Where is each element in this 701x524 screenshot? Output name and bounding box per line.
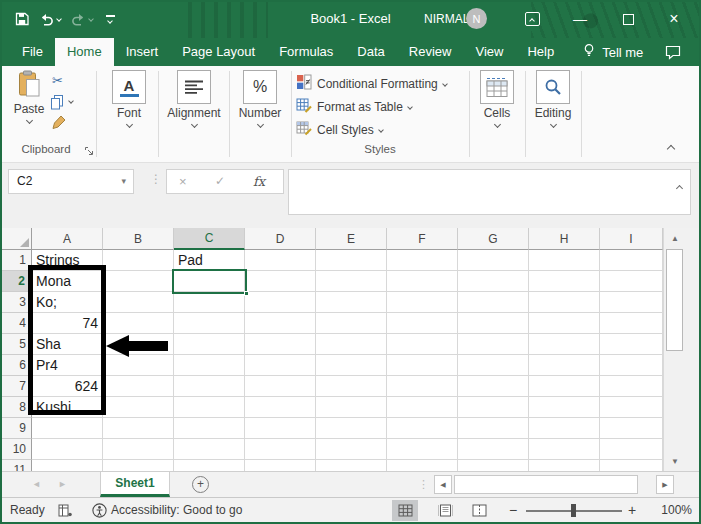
cell-F7[interactable]	[387, 376, 458, 397]
cell-F4[interactable]	[387, 313, 458, 334]
cell-G10[interactable]	[458, 439, 529, 460]
next-sheet-icon[interactable]: ►	[58, 479, 67, 489]
copy-icon[interactable]	[50, 94, 64, 110]
enter-check-icon[interactable]: ✓	[215, 170, 225, 193]
cell-D2[interactable]	[245, 271, 316, 292]
cell-H11[interactable]	[529, 460, 600, 471]
editing-group-button[interactable]: Editing	[527, 70, 579, 127]
cancel-icon[interactable]: ×	[179, 170, 187, 193]
cell-G7[interactable]	[458, 376, 529, 397]
cell-G11[interactable]	[458, 460, 529, 471]
cell-I11[interactable]	[600, 460, 663, 471]
cell-H2[interactable]	[529, 271, 600, 292]
cell-E4[interactable]	[316, 313, 387, 334]
tab-data[interactable]: Data	[345, 38, 396, 66]
cell-E7[interactable]	[316, 376, 387, 397]
cell-A9[interactable]	[32, 418, 103, 439]
row-header-10[interactable]: 10	[2, 439, 32, 460]
tell-me-box[interactable]: Tell me	[582, 38, 643, 66]
clipboard-dialog-launcher-icon[interactable]	[84, 146, 94, 156]
maximize-icon[interactable]	[617, 9, 639, 29]
cell-D1[interactable]	[245, 250, 316, 271]
normal-view-icon[interactable]	[392, 500, 418, 521]
cell-I6[interactable]	[600, 355, 663, 376]
cell-E6[interactable]	[316, 355, 387, 376]
tab-insert[interactable]: Insert	[114, 38, 171, 66]
cell-E9[interactable]	[316, 418, 387, 439]
tab-formulas[interactable]: Formulas	[267, 38, 345, 66]
cell-E8[interactable]	[316, 397, 387, 418]
cell-E1[interactable]	[316, 250, 387, 271]
row-header-11[interactable]: 11	[2, 460, 32, 471]
cell-A11[interactable]	[32, 460, 103, 471]
formula-input[interactable]	[288, 169, 691, 215]
cell-F8[interactable]	[387, 397, 458, 418]
cell-C4[interactable]	[174, 313, 245, 334]
tab-review[interactable]: Review	[397, 38, 464, 66]
cell-C3[interactable]	[174, 292, 245, 313]
account-user-name[interactable]: NIRMAL	[424, 12, 469, 26]
minimize-icon[interactable]: —	[569, 9, 591, 29]
cell-G3[interactable]	[458, 292, 529, 313]
cell-B6[interactable]	[103, 355, 174, 376]
cell-C10[interactable]	[174, 439, 245, 460]
cell-F1[interactable]	[387, 250, 458, 271]
cell-I8[interactable]	[600, 397, 663, 418]
col-header-B[interactable]: B	[103, 228, 174, 250]
cell-B11[interactable]	[103, 460, 174, 471]
cell-D9[interactable]	[245, 418, 316, 439]
sheet-tab-sheet1[interactable]: Sheet1	[100, 472, 170, 497]
cell-I1[interactable]	[600, 250, 663, 271]
fill-handle[interactable]	[244, 291, 249, 296]
zoom-slider-thumb[interactable]	[571, 504, 576, 517]
col-header-F[interactable]: F	[387, 228, 458, 250]
col-header-I[interactable]: I	[600, 228, 663, 250]
page-break-preview-icon[interactable]	[466, 500, 492, 521]
cell-F2[interactable]	[387, 271, 458, 292]
cell-B3[interactable]	[103, 292, 174, 313]
cell-D7[interactable]	[245, 376, 316, 397]
font-group-button[interactable]: A Font	[102, 70, 156, 127]
cell-I2[interactable]	[600, 271, 663, 292]
cell-H9[interactable]	[529, 418, 600, 439]
cut-icon[interactable]: ✂	[52, 73, 63, 88]
cell-B1[interactable]	[103, 250, 174, 271]
zoom-out-icon[interactable]: −	[509, 502, 517, 518]
scroll-down-icon[interactable]: ▼	[664, 451, 686, 471]
cell-E2[interactable]	[316, 271, 387, 292]
cell-B8[interactable]	[103, 397, 174, 418]
prev-sheet-icon[interactable]: ◄	[32, 479, 41, 489]
name-box[interactable]: C2 ▾	[8, 169, 134, 194]
row-header-9[interactable]: 9	[2, 418, 32, 439]
cells-group-button[interactable]: Cells	[472, 70, 522, 127]
cell-G6[interactable]	[458, 355, 529, 376]
close-icon[interactable]: ×	[663, 9, 685, 29]
cell-H5[interactable]	[529, 334, 600, 355]
alignment-group-button[interactable]: Alignment	[162, 70, 226, 127]
cell-I7[interactable]	[600, 376, 663, 397]
comments-icon[interactable]	[665, 45, 681, 64]
cell-D11[interactable]	[245, 460, 316, 471]
cell-D8[interactable]	[245, 397, 316, 418]
conditional-formatting-button[interactable]: Conditional Formatting	[296, 72, 447, 95]
number-group-button[interactable]: % Number	[231, 70, 289, 127]
cell-F9[interactable]	[387, 418, 458, 439]
cell-D10[interactable]	[245, 439, 316, 460]
format-painter-icon[interactable]	[51, 115, 66, 130]
cell-B7[interactable]	[103, 376, 174, 397]
select-all-corner[interactable]	[2, 228, 32, 250]
col-header-C[interactable]: C	[174, 228, 245, 250]
cell-I10[interactable]	[600, 439, 663, 460]
cell-C5[interactable]	[174, 334, 245, 355]
vertical-scrollbar-thumb[interactable]	[666, 249, 683, 351]
cell-G1[interactable]	[458, 250, 529, 271]
tab-page-layout[interactable]: Page Layout	[170, 38, 267, 66]
format-as-table-button[interactable]: Format as Table	[296, 95, 412, 118]
cell-H8[interactable]	[529, 397, 600, 418]
tab-help[interactable]: Help	[515, 38, 566, 66]
cell-C8[interactable]	[174, 397, 245, 418]
scroll-up-icon[interactable]: ▲	[664, 228, 686, 248]
cell-F3[interactable]	[387, 292, 458, 313]
cell-B9[interactable]	[103, 418, 174, 439]
cell-C1[interactable]: Pad	[174, 250, 245, 271]
